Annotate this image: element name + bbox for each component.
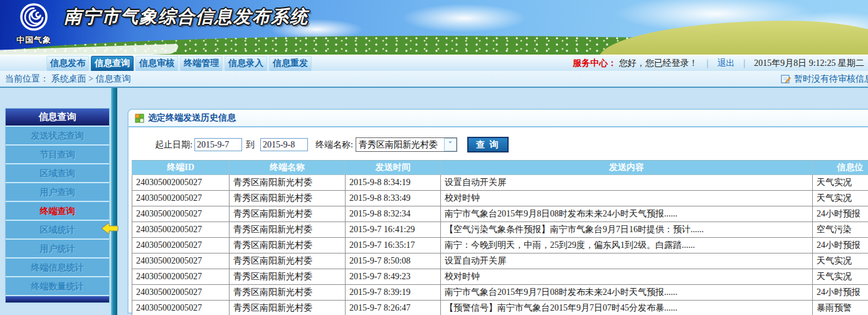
cell-info-type: 空气污染 (813, 222, 868, 238)
cell-send-content: 南宁市气象台2015年9月8日08时发布未来24小时天气预报...... (441, 206, 813, 222)
table-row: 240305002005027 青秀区南阳新光村委 2015-9-8 8:33:… (132, 191, 868, 206)
service-center-label: 服务中心： (573, 58, 617, 68)
pending-audit-notice: 暂时没有待审核信息 (781, 71, 868, 87)
panel-title-bar: 选定终端发送历史信息 (129, 110, 868, 127)
sidebar-item-user-query[interactable]: 用户查询 (6, 182, 109, 201)
cell-terminal-name: 青秀区南阳新光村委 (230, 175, 346, 191)
logout-link[interactable]: 退出 (717, 58, 735, 68)
cell-info-type: 天气实况 (813, 254, 868, 269)
cell-send-time: 2015-9-7 16:41:29 (346, 222, 441, 238)
cloud-decoration (401, 4, 527, 33)
tab-info-resend[interactable]: 信息重发 (269, 56, 312, 71)
cell-send-time: 2015-9-7 8:26:47 (346, 301, 441, 315)
cell-terminal-name: 青秀区南阳新光村委 (230, 254, 346, 269)
cell-send-content: 校对时钟 (441, 191, 813, 206)
tab-info-query[interactable]: 信息查询 (91, 56, 134, 71)
table-row: 240305002005027 青秀区南阳新光村委 2015-9-7 8:26:… (132, 301, 868, 315)
table-row: 240305002005027 青秀区南阳新光村委 2015-9-8 8:34:… (132, 175, 868, 191)
cell-info-type: 天气实况 (813, 269, 868, 285)
cell-terminal-id: 240305002005027 (132, 285, 230, 301)
cell-terminal-name: 青秀区南阳新光村委 (230, 191, 346, 206)
cell-terminal-id: 240305002005027 (132, 206, 230, 222)
separator: ｜ (703, 58, 712, 68)
terminal-select-value: 青秀区南阳新光村委 (356, 138, 444, 151)
cma-logo-icon (19, 3, 48, 31)
cell-terminal-id: 240305002005027 (132, 175, 230, 191)
breadcrumb-path: 系统桌面 > 信息查询 (51, 74, 131, 83)
sidebar-item-terminal-query[interactable]: 终端查询 (6, 201, 109, 220)
cell-send-time: 2015-9-7 8:49:23 (346, 269, 441, 285)
cell-terminal-name: 青秀区南阳新光村委 (230, 301, 346, 315)
tab-info-entry[interactable]: 信息录入 (225, 56, 267, 71)
cell-send-content: 【空气污染气象条件预报】南宁市气象台9月7日16时提供：预计...... (441, 222, 813, 238)
cell-send-time: 2015-9-8 8:32:34 (346, 206, 441, 222)
table-row: 240305002005027 青秀区南阳新光村委 2015-9-8 8:32:… (132, 206, 868, 222)
sidebar-item-region-query[interactable]: 区域查询 (6, 163, 109, 182)
sidebar-item-user-stats[interactable]: 用户统计 (6, 238, 109, 257)
top-banner: 中国气象 南宁市气象综合信息发布系统 (0, 0, 868, 55)
sidebar-item-region-stats[interactable]: 区域统计 (6, 220, 109, 238)
history-panel: 选定终端发送历史信息 起止日期: 到 终端名称: 青秀区南阳新光村委 ˅ 查 询… (127, 109, 868, 314)
sidebar-item-send-status-query[interactable]: 发送状态查询 (6, 125, 109, 144)
cell-send-content: 南宁：今晚到明天，中雨，25到29度，偏东风1到2级。白露踏...... (441, 238, 813, 254)
cell-send-time: 2015-9-8 8:34:19 (346, 175, 441, 191)
cell-send-content: 校对时钟 (441, 269, 813, 285)
pending-audit-text: 暂时没有待审核信息 (794, 71, 868, 87)
cell-terminal-id: 240305002005027 (132, 222, 230, 238)
sidebar-item-terminal-count-stats[interactable]: 终端数量统计 (6, 276, 109, 295)
cell-terminal-id: 240305002005027 (132, 191, 230, 206)
sidebar-item-terminal-info-stats[interactable]: 终端信息统计 (6, 257, 109, 276)
cell-terminal-id: 240305002005027 (132, 269, 230, 285)
date-to-input[interactable] (260, 138, 308, 151)
cell-send-content: 设置自动开关屏 (441, 175, 813, 191)
note-pencil-icon (781, 74, 791, 84)
cell-terminal-id: 240305002005027 (132, 254, 230, 269)
tab-info-publish[interactable]: 信息发布 (46, 56, 89, 71)
main-nav-bar: 信息发布 信息查询 信息审核 终端管理 信息录入 信息重发 服务中心： 您好，您… (0, 55, 868, 71)
date-from-input[interactable] (194, 138, 242, 151)
tab-terminal-manage[interactable]: 终端管理 (180, 56, 223, 71)
cell-info-type: 24小时预报 (813, 238, 868, 254)
grid-squares-icon (135, 114, 144, 123)
cell-send-content: 【预警信号】南宁市气象台2015年9月7日07时45分发布暴...... (441, 301, 813, 315)
cell-send-time: 2015-9-8 8:33:49 (346, 191, 441, 206)
cell-terminal-name: 青秀区南阳新光村委 (230, 269, 346, 285)
col-terminal-name: 终端名称 (230, 161, 346, 175)
query-button[interactable]: 查 询 (467, 137, 509, 152)
cell-info-type: 天气实况 (813, 175, 868, 191)
sidebar-item-program-query[interactable]: 节目查询 (6, 144, 109, 163)
separator: ｜ (740, 58, 749, 68)
cell-terminal-name: 青秀区南阳新光村委 (230, 206, 346, 222)
cell-info-type: 暴雨预警 (813, 301, 868, 315)
table-row: 240305002005027 青秀区南阳新光村委 2015-9-7 16:35… (132, 238, 868, 254)
chevron-down-icon[interactable]: ˅ (444, 138, 457, 151)
table-row: 240305002005027 青秀区南阳新光村委 2015-9-7 8:50:… (132, 254, 868, 269)
collapse-arrow-icon[interactable] (101, 222, 119, 235)
nav-tabs: 信息发布 信息查询 信息审核 终端管理 信息录入 信息重发 (46, 56, 312, 71)
cell-terminal-id: 240305002005027 (132, 301, 230, 315)
col-terminal-id: 终端ID (132, 161, 230, 175)
cell-send-content: 南宁市气象台2015年9月7日08时发布未来24小时天气预报...... (441, 285, 813, 301)
cell-info-type: 24小时预报 (813, 285, 868, 301)
table-header-row: 终端ID 终端名称 发送时间 发送内容 信息位 (132, 161, 868, 175)
panel-title: 选定终端发送历史信息 (148, 112, 236, 124)
cell-info-type: 天气实况 (813, 191, 868, 206)
query-form: 起止日期: 到 终端名称: 青秀区南阳新光村委 ˅ 查 询 (155, 137, 868, 152)
site-title: 南宁市气象综合信息发布系统 (64, 5, 309, 29)
col-send-time: 发送时间 (346, 161, 441, 175)
current-datetime: 2015年9月8日 9:12:25 星期二 (754, 58, 864, 68)
tab-info-audit[interactable]: 信息审核 (135, 56, 178, 71)
table-row: 240305002005027 青秀区南阳新光村委 2015-9-7 8:39:… (132, 285, 868, 301)
cell-send-time: 2015-9-7 8:39:19 (346, 285, 441, 301)
terminal-select[interactable]: 青秀区南阳新光村委 ˅ (356, 137, 457, 152)
service-center-bar: 服务中心： 您好，您已经登录！ ｜ 退出 ｜ 2015年9月8日 9:12:25… (573, 55, 864, 71)
sidebar-footer (6, 295, 109, 302)
history-table: 终端ID 终端名称 发送时间 发送内容 信息位 240305002005027 … (132, 160, 868, 315)
table-row: 240305002005027 青秀区南阳新光村委 2015-9-7 16:41… (132, 222, 868, 238)
sidebar-menu: 信息查询 发送状态查询 节目查询 区域查询 用户查询 终端查询 区域统计 用户统… (5, 108, 110, 303)
cell-send-time: 2015-9-7 8:50:08 (346, 254, 441, 269)
breadcrumb-bar: 当前位置： 系统桌面 > 信息查询 暂时没有待审核信息 (0, 71, 868, 88)
cma-logo: 中国气象 (14, 3, 54, 46)
cell-terminal-name: 青秀区南阳新光村委 (230, 238, 346, 254)
table-row: 240305002005027 青秀区南阳新光村委 2015-9-7 8:49:… (132, 269, 868, 285)
